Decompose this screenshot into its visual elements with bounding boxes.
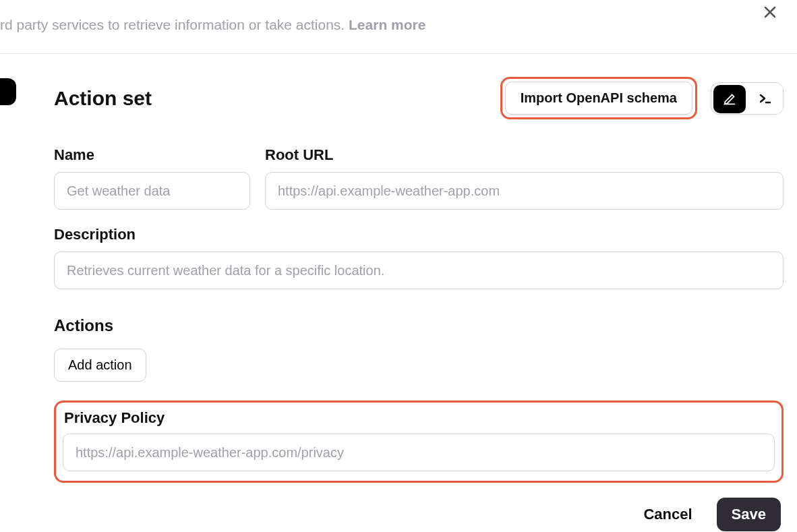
learn-more-link[interactable]: Learn more	[349, 17, 425, 32]
add-action-button[interactable]: Add action	[54, 349, 146, 382]
name-label: Name	[54, 146, 250, 164]
name-input[interactable]	[54, 172, 250, 210]
view-toggle[interactable]	[711, 82, 784, 115]
import-highlight: Import OpenAPI schema	[500, 77, 697, 119]
privacy-policy-input[interactable]	[63, 434, 775, 471]
actions-section-title: Actions	[54, 316, 784, 335]
top-blurb-text: rd party services to retrieve informatio…	[0, 17, 349, 32]
edit-icon[interactable]	[713, 85, 746, 113]
close-icon[interactable]	[762, 4, 778, 20]
privacy-policy-highlight: Privacy Policy	[54, 401, 784, 483]
import-openapi-button[interactable]: Import OpenAPI schema	[505, 82, 692, 115]
description-input[interactable]	[54, 252, 784, 289]
description-label: Description	[54, 226, 784, 243]
side-handle	[0, 78, 16, 105]
terminal-icon[interactable]	[748, 83, 783, 114]
save-button[interactable]: Save	[717, 498, 781, 531]
privacy-policy-label: Privacy Policy	[64, 409, 775, 427]
top-blurb: rd party services to retrieve informatio…	[0, 0, 797, 33]
cancel-button[interactable]: Cancel	[639, 505, 696, 524]
root-url-label: Root URL	[265, 146, 784, 164]
page-title: Action set	[54, 87, 152, 110]
top-bar: rd party services to retrieve informatio…	[0, 0, 797, 54]
root-url-input[interactable]	[265, 172, 784, 210]
